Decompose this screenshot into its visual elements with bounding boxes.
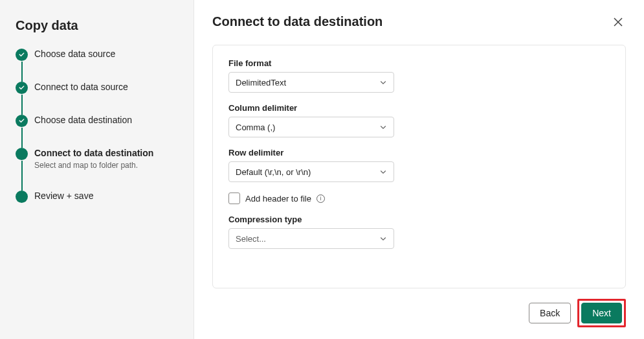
file-format-label: File format <box>228 58 610 68</box>
column-delimiter-value: Comma (,) <box>236 123 275 132</box>
next-button[interactable]: Next <box>581 303 622 323</box>
page-title: Connect to data destination <box>212 14 383 29</box>
checkmark-icon <box>16 49 28 61</box>
step-review-save[interactable]: Review + save <box>16 191 178 203</box>
back-button[interactable]: Back <box>529 303 571 323</box>
step-label: Choose data source <box>34 49 115 59</box>
step-connect-to-data-destination[interactable]: Connect to data destination Select and m… <box>16 148 178 191</box>
main-header: Connect to data destination <box>212 14 626 32</box>
close-icon <box>613 17 623 27</box>
file-format-select[interactable]: DelimitedText <box>228 72 394 93</box>
add-header-checkbox[interactable] <box>228 193 240 204</box>
step-list: Choose data source Connect to data sourc… <box>16 49 178 203</box>
step-label: Choose data destination <box>34 115 132 125</box>
row-delimiter-label: Row delimiter <box>228 148 610 158</box>
sidebar-title: Copy data <box>16 18 178 33</box>
column-delimiter-select[interactable]: Comma (,) <box>228 117 394 137</box>
info-icon[interactable]: i <box>316 194 325 203</box>
close-button[interactable] <box>610 14 626 32</box>
chevron-down-icon <box>379 123 387 131</box>
column-delimiter-group: Column delimiter Comma (,) <box>228 103 610 137</box>
compression-type-label: Compression type <box>228 215 610 224</box>
checkmark-icon <box>16 115 28 127</box>
file-format-group: File format DelimitedText <box>228 58 610 93</box>
step-label: Connect to data source <box>34 82 128 92</box>
footer: Back Next <box>212 299 626 327</box>
step-label: Review + save <box>34 191 93 201</box>
compression-type-placeholder: Select... <box>236 234 266 244</box>
step-choose-data-destination[interactable]: Choose data destination <box>16 115 178 148</box>
checkmark-icon <box>16 82 28 94</box>
row-delimiter-select[interactable]: Default (\r,\n, or \r\n) <box>228 161 394 182</box>
chevron-down-icon <box>379 235 387 242</box>
step-connector <box>21 161 23 191</box>
step-choose-data-source[interactable]: Choose data source <box>16 49 178 82</box>
current-step-icon <box>16 148 28 160</box>
compression-type-group: Compression type Select... <box>228 215 610 249</box>
future-step-icon <box>16 191 28 203</box>
step-connector <box>21 62 23 82</box>
wizard-sidebar: Copy data Choose data source Connect to … <box>0 0 194 339</box>
column-delimiter-label: Column delimiter <box>228 103 610 113</box>
chevron-down-icon <box>379 78 387 86</box>
main-panel: Connect to data destination File format … <box>194 0 644 339</box>
step-connect-to-data-source[interactable]: Connect to data source <box>16 82 178 115</box>
row-delimiter-value: Default (\r,\n, or \r\n) <box>236 167 311 177</box>
compression-type-select[interactable]: Select... <box>228 228 394 249</box>
chevron-down-icon <box>379 168 387 176</box>
step-label: Connect to data destination <box>34 148 153 158</box>
next-button-highlight: Next <box>577 299 626 327</box>
step-connector <box>21 95 23 115</box>
form-card: File format DelimitedText Column delimit… <box>212 45 626 288</box>
row-delimiter-group: Row delimiter Default (\r,\n, or \r\n) <box>228 148 610 182</box>
add-header-row: Add header to file i <box>228 193 610 204</box>
step-sublabel: Select and map to folder path. <box>34 161 153 170</box>
add-header-label: Add header to file <box>245 194 311 204</box>
file-format-value: DelimitedText <box>236 78 286 88</box>
step-connector <box>21 128 23 148</box>
